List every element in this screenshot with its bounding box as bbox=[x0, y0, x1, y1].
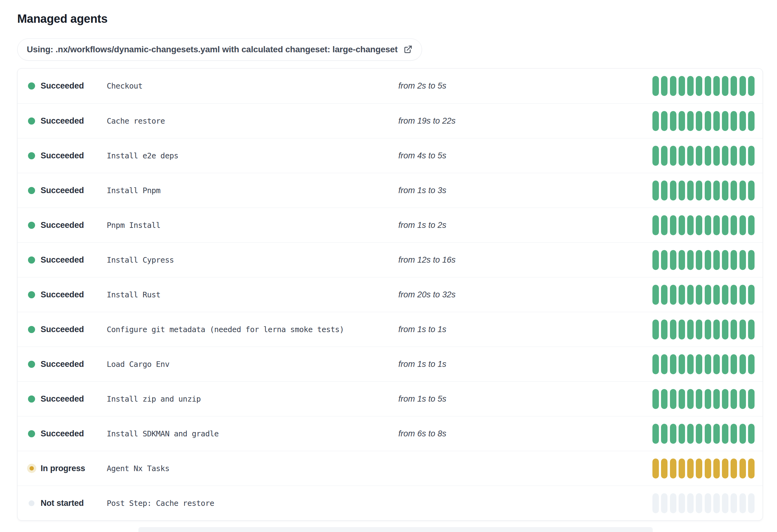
progress-segment bbox=[705, 458, 711, 479]
progress-segment bbox=[722, 285, 729, 305]
progress-segment bbox=[705, 250, 711, 270]
workflow-banner-label: Using: .nx/workflows/dynamic-changesets.… bbox=[27, 44, 398, 54]
step-duration: from 1s to 1s bbox=[398, 325, 652, 334]
step-status: Succeeded bbox=[28, 394, 107, 404]
progress-segment bbox=[670, 354, 676, 374]
status-dot-wrap bbox=[28, 152, 35, 159]
progress-segment bbox=[679, 215, 685, 235]
step-row: Succeeded Load Cargo Env from 1s to 1s bbox=[17, 347, 763, 381]
progress-segment bbox=[748, 458, 755, 479]
progress-segment bbox=[696, 146, 702, 166]
progress-segment bbox=[740, 458, 746, 479]
status-label: Succeeded bbox=[40, 394, 84, 404]
step-duration: from 1s to 1s bbox=[398, 360, 652, 369]
progress-segment bbox=[731, 180, 737, 201]
progress-segment bbox=[705, 493, 711, 513]
status-dot-icon bbox=[28, 256, 35, 264]
status-label: Succeeded bbox=[40, 221, 84, 230]
progress-segment bbox=[722, 180, 729, 201]
progress-segment bbox=[652, 458, 659, 479]
progress-segment bbox=[713, 389, 720, 409]
step-name: Load Cargo Env bbox=[107, 360, 398, 369]
progress-segment bbox=[661, 354, 667, 374]
progress-segment bbox=[713, 146, 720, 166]
progress-segment bbox=[722, 215, 729, 235]
step-status: Succeeded bbox=[28, 429, 107, 438]
progress-segments bbox=[652, 215, 755, 235]
progress-segment bbox=[696, 180, 702, 201]
progress-segment bbox=[748, 493, 755, 513]
step-name: Install zip and unzip bbox=[107, 395, 398, 403]
progress-segment bbox=[670, 215, 676, 235]
external-link-icon[interactable] bbox=[403, 45, 413, 54]
progress-segment bbox=[687, 215, 694, 235]
step-row: Succeeded Install Rust from 20s to 32s bbox=[17, 277, 763, 312]
progress-segment bbox=[679, 250, 685, 270]
progress-segment bbox=[652, 215, 659, 235]
progress-segments bbox=[652, 285, 755, 305]
progress-segment bbox=[731, 250, 737, 270]
status-dot-wrap bbox=[28, 430, 35, 437]
step-duration: from 1s to 3s bbox=[398, 186, 652, 195]
progress-segments bbox=[652, 389, 755, 409]
progress-segment bbox=[687, 389, 694, 409]
step-status: Succeeded bbox=[28, 116, 107, 126]
progress-segment bbox=[731, 458, 737, 479]
progress-segment bbox=[740, 111, 746, 131]
progress-segment bbox=[679, 180, 685, 201]
progress-segment bbox=[713, 250, 720, 270]
progress-segment bbox=[722, 493, 729, 513]
progress-segment bbox=[740, 424, 746, 444]
progress-segment bbox=[731, 76, 737, 96]
progress-segment bbox=[713, 354, 720, 374]
progress-segments bbox=[652, 180, 755, 201]
step-row: Succeeded Cache restore from 19s to 22s bbox=[17, 103, 763, 138]
progress-segment bbox=[731, 319, 737, 340]
status-label: Succeeded bbox=[40, 81, 84, 91]
progress-segment bbox=[652, 493, 659, 513]
progress-segment bbox=[740, 389, 746, 409]
status-dot-icon bbox=[28, 291, 35, 298]
progress-segment bbox=[652, 111, 659, 131]
progress-segment bbox=[696, 493, 702, 513]
progress-segment bbox=[713, 180, 720, 201]
progress-segment bbox=[696, 389, 702, 409]
step-status: Succeeded bbox=[28, 186, 107, 195]
progress-segment bbox=[670, 111, 676, 131]
progress-segments bbox=[652, 250, 755, 270]
progress-segment bbox=[652, 76, 659, 96]
progress-segment bbox=[670, 493, 676, 513]
progress-segment bbox=[748, 146, 755, 166]
progress-segment bbox=[661, 458, 667, 479]
step-duration: from 2s to 5s bbox=[398, 81, 652, 91]
status-label: Succeeded bbox=[40, 151, 84, 160]
progress-segment bbox=[670, 146, 676, 166]
step-name: Agent Nx Tasks bbox=[107, 464, 398, 473]
progress-segment bbox=[696, 458, 702, 479]
step-duration: from 6s to 8s bbox=[398, 429, 652, 438]
step-duration: from 1s to 2s bbox=[398, 221, 652, 230]
step-duration: from 19s to 22s bbox=[398, 116, 652, 126]
progress-segment bbox=[748, 250, 755, 270]
progress-segment bbox=[670, 424, 676, 444]
progress-segment bbox=[652, 250, 659, 270]
progress-segment bbox=[705, 354, 711, 374]
status-dot-icon bbox=[28, 83, 35, 90]
step-name: Pnpm Install bbox=[107, 221, 398, 230]
progress-segment bbox=[740, 146, 746, 166]
progress-segment bbox=[740, 180, 746, 201]
status-label: Succeeded bbox=[40, 360, 84, 369]
progress-segment bbox=[722, 389, 729, 409]
status-label: Succeeded bbox=[40, 290, 84, 299]
step-name: Checkout bbox=[107, 82, 398, 91]
progress-segment bbox=[661, 493, 667, 513]
workflow-file-banner[interactable]: Using: .nx/workflows/dynamic-changesets.… bbox=[17, 38, 422, 60]
status-dot-wrap bbox=[28, 465, 35, 472]
progress-segment bbox=[687, 354, 694, 374]
progress-segment bbox=[713, 215, 720, 235]
progress-segment bbox=[731, 389, 737, 409]
progress-segment bbox=[713, 493, 720, 513]
progress-segment bbox=[722, 250, 729, 270]
step-name: Install SDKMAN and gradle bbox=[107, 429, 398, 438]
progress-segment bbox=[740, 76, 746, 96]
